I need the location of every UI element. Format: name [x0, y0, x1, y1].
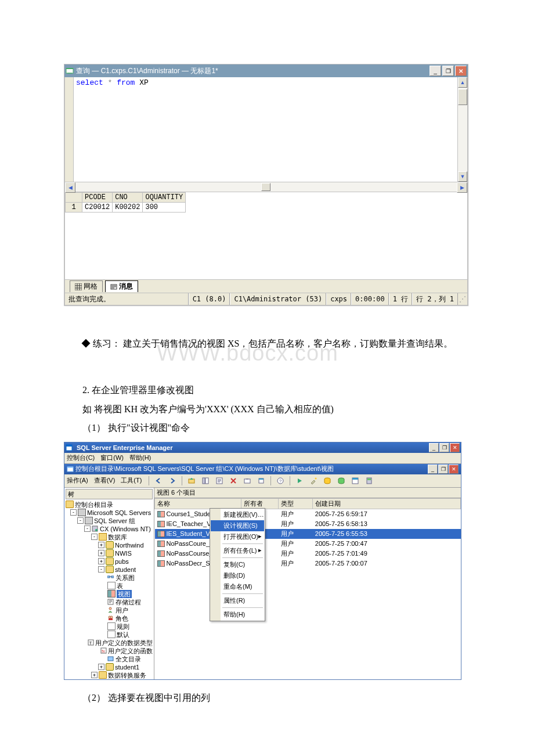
col-header[interactable]: CNO: [113, 193, 143, 203]
close-button[interactable]: ✕: [455, 66, 467, 76]
collapse-icon[interactable]: -: [84, 525, 91, 532]
tree-item[interactable]: Microsoft SQL Servers: [87, 509, 151, 517]
collapse-icon[interactable]: -: [98, 566, 104, 573]
expand-icon[interactable]: +: [98, 664, 104, 670]
expand-icon[interactable]: +: [98, 558, 104, 564]
scroll-left-icon[interactable]: ◀: [65, 182, 75, 193]
expand-icon[interactable]: +: [98, 542, 104, 548]
close-button[interactable]: ✕: [450, 443, 460, 452]
toolbar-tools[interactable]: 工具(T): [121, 476, 142, 485]
table-row[interactable]: NoPassCoure_Name_Vw用户2005-7-25 7:00:47: [155, 539, 461, 549]
database-yellow-icon[interactable]: [322, 475, 333, 487]
scroll-track[interactable]: [75, 182, 457, 192]
menu-help[interactable]: 帮助(H): [129, 453, 151, 462]
col-header[interactable]: 创建日期: [313, 498, 461, 509]
delete-icon[interactable]: [228, 475, 239, 487]
toolbar-view[interactable]: 查看(V): [94, 476, 116, 485]
tree-item[interactable]: Northwind: [115, 541, 144, 549]
ctx-rename[interactable]: 重命名(M): [211, 581, 264, 592]
show-hide-icon[interactable]: [200, 475, 211, 487]
ctx-delete[interactable]: 删除(D): [211, 570, 264, 581]
ctx-open-view[interactable]: 打开视图(O)▸: [211, 531, 264, 542]
vertical-scrollbar[interactable]: ▲ ▼: [457, 77, 467, 182]
scroll-down-icon[interactable]: ▼: [458, 171, 467, 182]
tree-item[interactable]: student: [115, 566, 136, 574]
back-icon[interactable]: [153, 475, 164, 487]
scroll-track[interactable]: [458, 88, 467, 171]
maximize-button[interactable]: ❐: [439, 443, 449, 452]
ctx-design-view[interactable]: 设计视图(S): [211, 520, 264, 531]
tree-item[interactable]: 存储过程: [116, 598, 141, 606]
scroll-thumb[interactable]: [458, 89, 467, 105]
col-header[interactable]: OQUANTITY: [143, 193, 186, 203]
refresh-icon[interactable]: [241, 475, 253, 487]
table-row-selected[interactable]: IES_Student_View用户2005-7-25 6:55:53: [155, 529, 461, 539]
ctx-properties[interactable]: 属性(R): [211, 595, 264, 606]
new-query-icon[interactable]: [349, 475, 361, 487]
resize-grip-icon[interactable]: ⋰: [458, 295, 467, 303]
grid-cell[interactable]: C20012: [82, 203, 113, 213]
tree-item[interactable]: 数据库: [108, 533, 127, 541]
ctx-all-tasks[interactable]: 所有任务(L)▸: [211, 545, 264, 556]
grid-cell[interactable]: K00202: [113, 203, 143, 213]
minimize-button[interactable]: _: [430, 66, 441, 76]
sql-editor[interactable]: select * from XP: [74, 77, 457, 182]
tab-messages[interactable]: 消息: [105, 280, 138, 292]
expand-icon[interactable]: +: [98, 550, 104, 556]
minimize-button[interactable]: _: [429, 443, 439, 452]
properties-icon[interactable]: [214, 475, 225, 487]
tree-item[interactable]: pubs: [115, 557, 129, 566]
tree-pane[interactable]: 树 控制台根目录 -Microsoft SQL Servers -SQL Ser…: [64, 488, 154, 679]
table-row[interactable]: NoPassCourse_Student用户2005-7-25 7:01:49: [155, 549, 461, 559]
server-icon[interactable]: [363, 475, 375, 487]
col-header[interactable]: PCODE: [82, 193, 113, 203]
ctx-help[interactable]: 帮助(H): [211, 609, 264, 620]
tree-item[interactable]: 角色: [116, 614, 128, 622]
child-close-button[interactable]: ✕: [449, 465, 459, 474]
tree-item[interactable]: 默认: [117, 631, 129, 639]
tree-item-selected[interactable]: 视图: [117, 590, 132, 598]
forward-icon[interactable]: [167, 475, 178, 487]
tree-item[interactable]: NWIS: [115, 549, 132, 557]
tab-grid[interactable]: 网格: [70, 280, 103, 292]
tree-item[interactable]: 全文目录: [116, 655, 141, 663]
tree-item[interactable]: 关系图: [116, 574, 135, 582]
col-header[interactable]: 类型: [279, 498, 313, 509]
scroll-right-icon[interactable]: ▶: [457, 182, 467, 193]
collapse-icon[interactable]: -: [70, 509, 77, 516]
tree-item[interactable]: 控制台根目录: [75, 501, 113, 509]
expand-icon[interactable]: +: [91, 672, 98, 678]
tree-item[interactable]: 用户定义的函数: [108, 647, 153, 655]
tree-item[interactable]: 数据转换服务: [108, 671, 146, 679]
toolbar-action[interactable]: 操作(A): [67, 476, 88, 485]
menu-console[interactable]: 控制台(C): [67, 453, 95, 462]
tree-item[interactable]: 用户: [116, 606, 128, 614]
tree-item[interactable]: 表: [117, 582, 123, 590]
database-green-icon[interactable]: [335, 475, 347, 487]
scroll-up-icon[interactable]: ▲: [458, 77, 467, 88]
collapse-icon[interactable]: -: [91, 534, 98, 540]
tree-item[interactable]: SQL Server 组: [94, 517, 135, 525]
run-icon[interactable]: [294, 475, 305, 487]
table-row[interactable]: Course1_Student_Viewdbo用户2005-7-25 6:59:…: [155, 509, 461, 519]
ctx-new-view[interactable]: 新建视图(V)…: [211, 509, 264, 520]
export-icon[interactable]: [255, 475, 267, 487]
wizard-icon[interactable]: [308, 475, 319, 487]
tree-item[interactable]: CX (Windows NT): [100, 525, 151, 533]
help-icon[interactable]: ?: [275, 475, 286, 487]
up-icon[interactable]: [186, 475, 197, 487]
child-minimize-button[interactable]: _: [428, 465, 438, 474]
table-row[interactable]: NoPassDecr_Student_Vi用户2005-7-25 7:00:07: [155, 559, 461, 568]
maximize-button[interactable]: ❐: [442, 66, 454, 76]
collapse-icon[interactable]: -: [77, 517, 84, 524]
tree-item[interactable]: student1: [115, 663, 139, 671]
menu-window[interactable]: 窗口(W): [100, 453, 124, 462]
scroll-thumb[interactable]: [261, 183, 270, 191]
col-header[interactable]: 所有者: [241, 498, 279, 509]
ctx-copy[interactable]: 复制(C): [211, 559, 264, 570]
grid-cell[interactable]: 300: [143, 203, 186, 213]
tree-item[interactable]: 规则: [117, 622, 129, 631]
tree-item[interactable]: 用户定义的数据类型: [95, 639, 153, 647]
horizontal-scrollbar[interactable]: ◀ ▶: [64, 182, 468, 192]
child-restore-button[interactable]: ❐: [438, 465, 448, 474]
